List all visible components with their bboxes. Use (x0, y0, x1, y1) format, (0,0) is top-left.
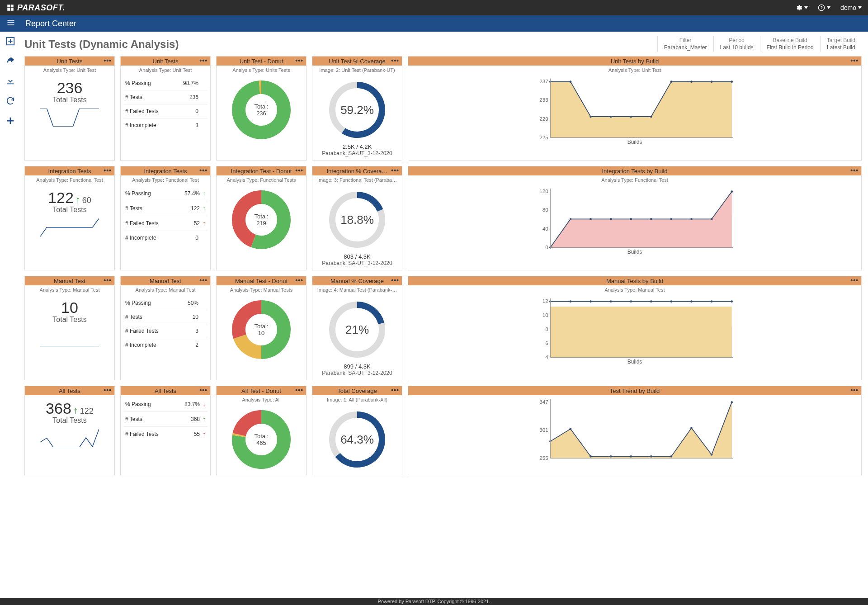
hamburger-menu[interactable] (6, 18, 15, 29)
user-name: demo (840, 4, 856, 11)
add-widget-button[interactable] (5, 36, 15, 48)
widget-body: 10Total Tests (25, 294, 114, 380)
x-axis-label: Builds (627, 359, 642, 365)
big-number-label: Total Tests (52, 206, 86, 214)
widget-menu[interactable]: ••• (295, 387, 303, 394)
page-title: Unit Tests (Dynamic Analysis) (24, 38, 179, 51)
help-menu[interactable]: ? (818, 4, 830, 11)
stat-row: # Tests368↑ (123, 412, 208, 427)
user-menu[interactable]: demo (840, 4, 862, 11)
gauge-chart: 18.8% (326, 188, 389, 251)
widget-title: Manual Test (150, 278, 181, 284)
svg-point-57 (570, 428, 572, 430)
svg-point-39 (570, 300, 572, 302)
widget-menu[interactable]: ••• (850, 57, 859, 64)
widget-menu[interactable]: ••• (199, 57, 208, 64)
arrow-up-icon: ↑ (75, 194, 80, 206)
svg-point-23 (590, 218, 592, 220)
widget-menu[interactable]: ••• (295, 167, 303, 174)
widget-menu[interactable]: ••• (295, 57, 303, 64)
widget-menu[interactable]: ••• (199, 167, 208, 174)
filter-value: First Build in Period (767, 44, 814, 51)
big-number: 122↑60 (48, 189, 91, 207)
stat-value: 57.4% (184, 190, 200, 197)
widget-menu[interactable]: ••• (850, 387, 859, 394)
filter-filter[interactable]: FilterParabank_Master (657, 36, 713, 52)
widget-menu[interactable]: ••• (850, 167, 859, 174)
filter-period[interactable]: PeriodLast 10 builds (713, 36, 760, 52)
widget-menu[interactable]: ••• (104, 277, 112, 284)
widget-body: 18.8%803 / 4.3KParabank_SA-UT_3-12-2020 (312, 184, 402, 270)
refresh-button[interactable] (5, 96, 15, 108)
widget-menu[interactable]: ••• (199, 277, 208, 284)
svg-point-46 (711, 300, 713, 302)
widget-subtitle: Analysis Type: Unit Test (25, 66, 114, 75)
widget-menu[interactable]: ••• (104, 167, 112, 174)
filter-target-build[interactable]: Target BuildLatest Build (820, 36, 862, 52)
widget-subtitle: Analysis Type: Functional Test (121, 175, 210, 184)
widget-menu[interactable]: ••• (391, 167, 399, 174)
widget-title: All Tests (59, 388, 80, 394)
stat-name: # Tests (125, 416, 142, 422)
widget: Manual Tests by Build•••Analysis Type: M… (408, 276, 862, 380)
widget-subtitle: Image: 2: Unit Test (Parabank-UT) (312, 66, 402, 75)
svg-text:255: 255 (539, 455, 548, 460)
widget-subtitle: Analysis Type: Units Tests (217, 66, 306, 75)
widget-header: Unit Test - Donut••• (217, 57, 306, 66)
filter-value: Last 10 builds (720, 44, 754, 51)
download-button[interactable] (5, 76, 15, 88)
widget-subtitle: Image: 1: All (Parabank-All) (312, 395, 402, 404)
widget-subtitle: Analysis Type: Manual Tests (217, 285, 306, 294)
widget-header: Manual Tests by Build••• (408, 276, 861, 285)
widget-body: 21%899 / 4.3KParabank_SA-UT_3-12-2020 (312, 294, 402, 380)
widget-menu[interactable]: ••• (295, 277, 303, 284)
donut-total-label: Total: (254, 323, 268, 330)
stat-row: # Incomplete2 (123, 338, 208, 352)
widget-menu[interactable]: ••• (391, 277, 399, 284)
svg-point-62 (670, 455, 673, 458)
arrow-up-icon: ↑ (73, 405, 78, 416)
x-axis-label: Builds (627, 139, 642, 145)
filter-value: Latest Build (827, 44, 855, 51)
widget-menu[interactable]: ••• (104, 387, 112, 394)
widget-menu[interactable]: ••• (391, 57, 399, 64)
svg-point-65 (731, 401, 733, 403)
widget-body: % Passing98.7%# Tests236# Failed Tests0#… (121, 75, 210, 160)
widget: Manual % Coverage•••Image: 4: Manual Tes… (312, 276, 402, 380)
widget-header: Integration Tests by Build••• (408, 166, 861, 175)
stat-row: # Tests122↑ (123, 201, 208, 216)
gauge-percent: 21% (345, 323, 369, 337)
widget-menu[interactable]: ••• (391, 387, 399, 394)
widget-title: All Tests (155, 388, 176, 394)
donut-total-value: 219 (256, 220, 266, 227)
stat-row: # Failed Tests0 (123, 104, 208, 118)
widget-subtitle: Analysis Type: Unit Test (121, 66, 210, 75)
widget-menu[interactable]: ••• (850, 277, 859, 284)
add-button[interactable] (5, 116, 15, 128)
widget-subtitle: Analysis Type: Functional Tests (217, 175, 306, 184)
widget-header: Unit Tests••• (25, 57, 114, 66)
gauge-fraction: 2.5K / 4.2K (343, 143, 372, 150)
widget-body: Total:465 (217, 404, 306, 475)
stats-table: % Passing50%# Tests10# Failed Tests3# In… (123, 296, 208, 352)
widget-header: Unit Tests by Build••• (408, 57, 861, 66)
trend-arrow-icon: ↑ (203, 205, 206, 212)
download-icon (5, 76, 15, 86)
svg-text:40: 40 (542, 226, 548, 232)
svg-text:301: 301 (539, 427, 548, 433)
side-rail (0, 32, 21, 475)
widget: All Test - Donut•••Analysis Type: AllTot… (216, 386, 307, 475)
filter-baseline-build[interactable]: Baseline BuildFirst Build in Period (760, 36, 820, 52)
trend-arrow-icon: ↑ (203, 220, 206, 227)
widget-header: Total Coverage••• (312, 386, 402, 395)
widget: Integration Test - Donut•••Analysis Type… (216, 166, 307, 270)
widget-header: Test Trend by Build••• (408, 386, 861, 395)
widget-menu[interactable]: ••• (104, 57, 112, 64)
widget-header: Unit Tests••• (121, 57, 210, 66)
big-number-value: 236 (57, 79, 83, 97)
plus-box-icon (5, 36, 15, 46)
filter-label: Target Build (827, 37, 855, 43)
widget-menu[interactable]: ••• (199, 387, 208, 394)
settings-menu[interactable] (795, 4, 808, 11)
export-button[interactable] (5, 56, 15, 68)
